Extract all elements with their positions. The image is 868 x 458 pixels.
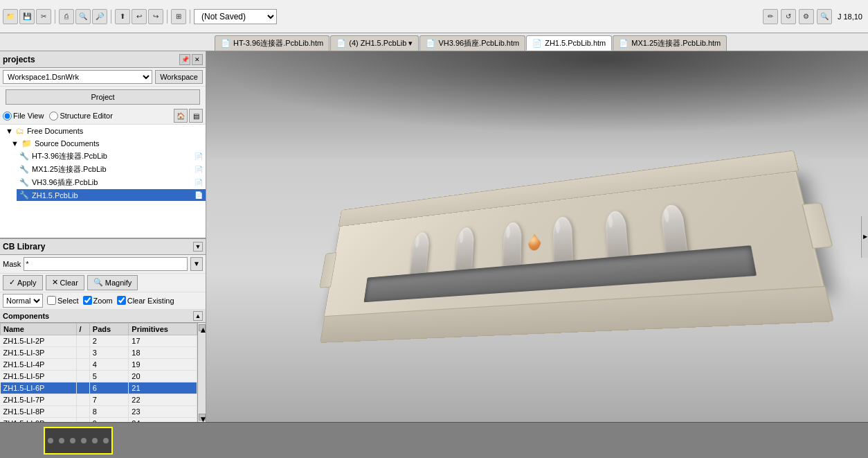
zoom-checkbox[interactable] [83, 296, 92, 305]
toolbar-btn-2[interactable]: 💾 [19, 9, 35, 24]
projects-title: projects [3, 55, 35, 64]
cell-pads: 9 [89, 417, 129, 422]
col-name[interactable]: Name [1, 323, 77, 335]
t-dot-2 [59, 438, 64, 443]
cell-primitives: 20 [129, 370, 197, 382]
project-button[interactable]: Project [6, 89, 200, 105]
cell-pads: 6 [89, 382, 129, 394]
cell-primitives: 17 [129, 335, 197, 346]
thumbnail-box[interactable] [44, 427, 113, 455]
mask-dropdown-btn[interactable]: ▼ [190, 257, 203, 271]
col-primitives[interactable]: Primitives [129, 323, 197, 335]
file-view-label[interactable]: File View [3, 112, 44, 121]
select-checkbox[interactable] [47, 296, 56, 305]
table-row[interactable]: ZH1.5-LI-4P 4 19 [1, 358, 197, 370]
connector-body [324, 169, 825, 317]
cell-sort [76, 417, 89, 422]
components-header: Components ▲ [0, 310, 206, 323]
table-row[interactable]: ZH1.5-LI-5P 5 20 [1, 370, 197, 382]
toolbar-btn-5[interactable]: 🔍 [75, 9, 91, 24]
toolbar-btn-refresh[interactable]: ↺ [781, 9, 796, 24]
tree-icon-btn-1[interactable]: 🏠 [174, 109, 188, 123]
toolbar-btn-4[interactable]: ⎙ [59, 9, 74, 24]
top-shadow [206, 51, 868, 134]
cell-primitives: 18 [129, 346, 197, 358]
3d-scene [206, 51, 868, 422]
cell-pads: 4 [89, 358, 129, 370]
toolbar-btn-6[interactable]: 🔎 [92, 9, 107, 24]
table-scrollbar[interactable]: ▲ ▼ [197, 323, 206, 423]
tree-item-source-docs[interactable]: ▼ 📁 Source Documents [8, 137, 206, 150]
components-expand-btn[interactable]: ▲ [193, 311, 203, 321]
tree-item-zh15[interactable]: 🔧 ZH1.5.PcbLib 📄 [17, 189, 206, 201]
col-pads[interactable]: Pads [89, 323, 129, 335]
components-container: Components ▲ Name / Pads Primitives [0, 310, 206, 423]
scroll-up-btn[interactable]: ▲ [199, 324, 206, 331]
folder-icon-free: 🗂 [16, 126, 24, 136]
magnify-button[interactable]: 🔍 Magnify [87, 275, 138, 290]
toolbar-btn-7[interactable]: ⬆ [115, 9, 130, 24]
tree-item-free-docs[interactable]: ▼ 🗂 Free Documents [0, 125, 206, 137]
thumbnail-dots [48, 438, 109, 443]
apply-button[interactable]: ✓ Apply [3, 275, 43, 290]
tree-icon-btn-2[interactable]: ▤ [189, 109, 203, 123]
cell-name: ZH1.5-LI-5P [1, 370, 77, 382]
tree-item-vh396[interactable]: 🔧 VH3.96插座.PcbLib 📄 [17, 176, 206, 189]
table-row[interactable]: ZH1.5-LI-9P 9 24 [1, 417, 197, 422]
structure-editor-label[interactable]: Structure Editor [49, 112, 112, 121]
t-dot-1 [48, 438, 53, 443]
cell-name: ZH1.5-LI-6P [1, 382, 77, 394]
projects-close-btn[interactable]: ✕ [192, 54, 203, 65]
separator-4 [190, 10, 190, 24]
mask-input[interactable] [24, 257, 188, 271]
toolbar-btn-8[interactable]: ↩ [132, 9, 147, 24]
toolbar-btn-1[interactable]: 📁 [3, 9, 18, 24]
tab-vh396[interactable]: 📄 VH3.96插座.PcbLib.htm [419, 35, 525, 51]
not-saved-dropdown[interactable]: (Not Saved) [194, 9, 277, 24]
file-action-mx: 📄 [195, 166, 203, 173]
right-scroll-arrow[interactable]: ▶ [861, 216, 868, 258]
right-panel: ▶ [206, 51, 868, 422]
select-checkbox-label[interactable]: Select [47, 296, 79, 305]
table-row[interactable]: ZH1.5-LI-2P 2 17 [1, 335, 197, 346]
toolbar-btn-settings[interactable]: ⚙ [799, 9, 814, 24]
separator-2 [111, 10, 111, 24]
apply-icon: ✓ [9, 278, 15, 287]
toolbar-btn-9[interactable]: ↪ [148, 9, 163, 24]
table-row[interactable]: ZH1.5-LI-6P 6 21 [1, 382, 197, 394]
file-view-radio[interactable] [3, 112, 12, 121]
cell-pads: 5 [89, 370, 129, 382]
cell-sort [76, 346, 89, 358]
tab-zh15-4[interactable]: 📄 (4) ZH1.5.PcbLib ▾ [330, 35, 419, 51]
workspace-button[interactable]: Workspace [155, 70, 203, 84]
cell-name: ZH1.5-LI-8P [1, 405, 77, 417]
tab-ht396[interactable]: 📄 HT-3.96连接器.PcbLib.htm [215, 35, 329, 51]
main-area: projects 📌 ✕ Workspace1.DsnWrk Workspace… [0, 51, 868, 422]
cblibrary-title: CB Library [3, 242, 45, 252]
toolbar-btn-edit[interactable]: ✏ [763, 9, 778, 24]
cell-sort [76, 358, 89, 370]
cell-name: ZH1.5-LI-3P [1, 346, 77, 358]
workspace-dropdown[interactable]: Workspace1.DsnWrk [3, 70, 152, 84]
table-row[interactable]: ZH1.5-LI-7P 7 22 [1, 394, 197, 405]
toolbar-btn-zoom-in[interactable]: 🔍 [817, 9, 832, 24]
tab-mx125[interactable]: 📄 MX1.25连接器.PcbLib.htm [613, 35, 727, 51]
projects-pin-btn[interactable]: 📌 [179, 54, 190, 65]
tree-item-ht396[interactable]: 🔧 HT-3.96连接器.PcbLib 📄 [17, 150, 206, 163]
toolbar-btn-3[interactable]: ✂ [36, 9, 51, 24]
normal-select[interactable]: Normal [3, 294, 43, 308]
clear-existing-checkbox[interactable] [117, 296, 126, 305]
tree-item-mx125[interactable]: 🔧 MX1.25连接器.PcbLib 📄 [17, 163, 206, 176]
cblibrary-expand-btn[interactable]: ▼ [193, 242, 203, 252]
clear-existing-checkbox-label[interactable]: Clear Existing [117, 296, 174, 305]
clear-button[interactable]: ✕ Clear [46, 275, 84, 290]
table-row[interactable]: ZH1.5-LI-3P 3 18 [1, 346, 197, 358]
toolbar-btn-10[interactable]: ⊞ [171, 9, 186, 24]
tab-zh15-htm[interactable]: 📄 ZH1.5.PcbLib.htm [526, 35, 612, 51]
zoom-checkbox-label[interactable]: Zoom [83, 296, 113, 305]
scroll-down-btn[interactable]: ▼ [199, 414, 206, 421]
structure-editor-radio[interactable] [49, 112, 58, 121]
toolbar-right: ✏ ↺ ⚙ 🔍 J 18,10 [763, 9, 865, 24]
table-row[interactable]: ZH1.5-LI-8P 8 23 [1, 405, 197, 417]
col-sort[interactable]: / [76, 323, 89, 335]
